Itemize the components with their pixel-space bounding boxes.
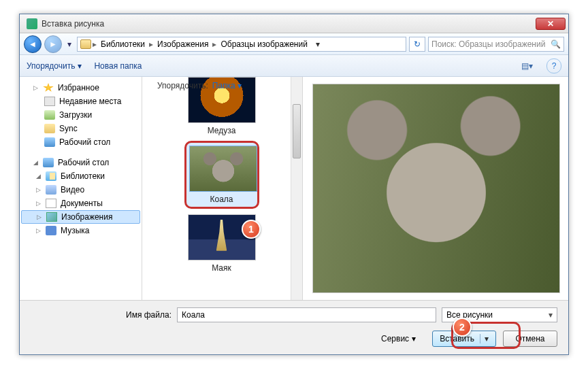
titlebar: Вставка рисунка ✕ (20, 14, 568, 33)
app-icon (27, 18, 37, 29)
sidebar: ▷Избранное Недавние места Загрузки Sync … (20, 77, 142, 300)
annotation-callout-2: 2 (453, 318, 472, 337)
refresh-button[interactable]: ↻ (409, 37, 425, 52)
documents-icon (46, 199, 56, 208)
scrollbar-thumb[interactable] (293, 104, 301, 158)
chevron-down-icon: ▾ (549, 310, 553, 320)
sidebar-libraries[interactable]: ◢Библиотеки (20, 169, 142, 183)
desktop-icon (44, 137, 55, 147)
search-placeholder: Поиск: Образцы изображений (431, 39, 545, 49)
organize-mode[interactable]: Папка ▾ (212, 81, 242, 90)
organize-label: Упорядочить: (157, 81, 208, 90)
filename-input[interactable] (177, 307, 436, 322)
search-input[interactable]: Поиск: Образцы изображений 🔍 (428, 37, 564, 52)
sidebar-sync[interactable]: Sync (20, 122, 142, 135)
sidebar-pictures[interactable]: ▷Изображения (21, 210, 140, 224)
breadcrumb[interactable]: ▸ Библиотеки ▸ Изображения ▸ Образцы изо… (77, 37, 406, 52)
sync-icon (44, 124, 55, 133)
preview-image (312, 84, 560, 293)
libraries-icon (46, 171, 56, 181)
thumbnail-label: Маяк (184, 263, 259, 273)
window-title: Вставка рисунка (42, 19, 536, 29)
folder-icon (80, 39, 91, 49)
sidebar-music[interactable]: ▷Музыка (20, 224, 142, 237)
annotation-callout-1: 1 (242, 220, 261, 239)
breadcrumb-seg-2[interactable]: Образцы изображений (218, 39, 310, 49)
sidebar-documents[interactable]: ▷Документы (20, 197, 142, 210)
breadcrumb-seg-0[interactable]: Библиотеки (98, 39, 148, 49)
nav-history-dropdown[interactable]: ▾ (65, 37, 74, 52)
toolbar: Упорядочить ▾ Новая папка ▤▾ ? (20, 55, 568, 77)
file-pane: Упорядочить: Папка ▾ Медуза Коала Маяк (142, 77, 303, 300)
dialog-body: ▷Избранное Недавние места Загрузки Sync … (20, 77, 568, 300)
filepane-scrollbar[interactable] (291, 77, 302, 300)
sidebar-desktop[interactable]: ◢Рабочий стол (20, 156, 142, 169)
pictures-icon (46, 212, 57, 222)
video-icon (46, 185, 56, 195)
thumbnail-image (189, 146, 257, 192)
organize-button[interactable]: Упорядочить ▾ (27, 61, 82, 71)
insert-picture-dialog: Вставка рисунка ✕ ◄ ► ▾ ▸ Библиотеки ▸ И… (19, 14, 569, 355)
sidebar-downloads[interactable]: Загрузки (20, 108, 142, 122)
view-mode-button[interactable]: ▤▾ (519, 58, 534, 73)
sidebar-recent[interactable]: Недавние места (20, 95, 142, 108)
thumbnail-label: Медуза (184, 126, 259, 135)
close-button[interactable]: ✕ (536, 18, 566, 30)
thumbnail-label: Коала (189, 195, 255, 204)
file-item-koala[interactable]: Коала (184, 141, 259, 209)
nav-row: ◄ ► ▾ ▸ Библиотеки ▸ Изображения ▸ Образ… (20, 33, 568, 55)
downloads-icon (44, 110, 55, 120)
new-folder-button[interactable]: Новая папка (94, 61, 142, 71)
nav-forward-button[interactable]: ► (44, 35, 62, 53)
music-icon (46, 226, 56, 235)
service-menu[interactable]: Сервис ▾ (381, 334, 416, 343)
recent-icon (44, 97, 55, 106)
thumbnails: Медуза Коала Маяк (142, 77, 302, 273)
breadcrumb-dropdown[interactable]: ▾ (312, 39, 324, 49)
desktop-icon (43, 158, 54, 167)
chevron-down-icon: ▾ (78, 61, 82, 71)
sidebar-video[interactable]: ▷Видео (20, 183, 142, 197)
chevron-down-icon: ▾ (412, 334, 416, 343)
preview-pane (303, 77, 568, 300)
help-button[interactable]: ? (546, 58, 561, 73)
search-icon: 🔍 (551, 39, 561, 49)
filename-label: Имя файла: (126, 310, 172, 320)
sidebar-favorites[interactable]: ▷Избранное (20, 81, 142, 95)
sidebar-desktop-fav[interactable]: Рабочий стол (20, 135, 142, 149)
nav-back-button[interactable]: ◄ (24, 35, 42, 53)
breadcrumb-seg-1[interactable]: Изображения (154, 39, 211, 49)
